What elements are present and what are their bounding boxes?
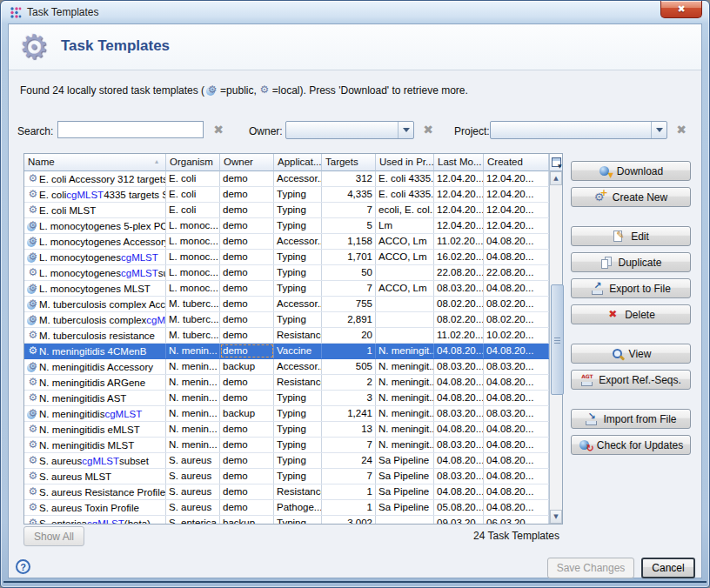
table-row[interactable]: ⚙N. meningitidis eMLSTN. menin...demoTyp… <box>24 422 549 438</box>
clear-owner-icon[interactable]: ✖ <box>420 122 436 137</box>
table-row[interactable]: ⚙S. aureus Resistance ProfileS. aureusde… <box>24 484 549 500</box>
local-template-icon: ⚙ <box>27 471 39 483</box>
table-row[interactable]: ⚙L. monocytogenes cgMLST subL. monoc...d… <box>24 265 549 281</box>
column-header-name[interactable]: Name▴ <box>24 154 166 171</box>
public-template-icon: ⚙ <box>27 236 39 248</box>
table-row[interactable]: ⚙N. meningitidis ASTN. menin...demoTypin… <box>24 391 549 406</box>
cell-owner: backup <box>220 516 274 524</box>
table-row[interactable]: ⚙S. enterica cgMLST (beta)S. entericabac… <box>24 516 549 524</box>
export-ref-seqs-button[interactable]: Export Ref.-Seqs. <box>571 370 691 390</box>
table-row[interactable]: ⚙S. aureus Toxin ProfileS. aureusdemoPat… <box>24 500 549 516</box>
create-new-button[interactable]: Create New <box>571 187 691 207</box>
table-row[interactable]: ⚙S. aureus cgMLST subsetS. aureusdemoTyp… <box>24 453 549 469</box>
cell-targets: 1 <box>322 500 376 515</box>
cell-application: Typing <box>274 422 322 437</box>
column-header-created[interactable]: Created <box>484 154 549 171</box>
local-template-icon: ⚙ <box>27 377 39 389</box>
table-row[interactable]: ⚙L. monocytogenes AccessoryL. monoc...de… <box>24 234 549 250</box>
scroll-up-button[interactable]: ▲ <box>550 171 562 185</box>
export-to-file-button[interactable]: Export to File <box>571 278 691 298</box>
table-row[interactable]: ⚙N. meningitidis MLSTN. menin...demoTypi… <box>24 438 549 453</box>
cgmlst-link-text: cgMLST <box>87 518 124 525</box>
cell-application: Typing <box>274 265 322 280</box>
cell-last_modified: 05.08.20... <box>434 500 484 515</box>
view-button[interactable]: View <box>571 344 691 364</box>
column-picker-button[interactable] <box>550 154 562 171</box>
cell-last_modified: 12.04.20... <box>434 171 484 186</box>
scrollbar-thumb[interactable] <box>551 284 564 395</box>
local-template-icon: ⚙ <box>27 424 39 436</box>
table-row[interactable]: ⚙M. tuberculosis complex AccesM. tuberc.… <box>24 297 549 312</box>
local-template-icon: ⚙ <box>27 455 39 467</box>
public-template-icon: ⚙ <box>27 298 39 311</box>
cell-created: 04.08.20... <box>484 438 549 452</box>
table-row[interactable]: ⚙E. coli cgMLST 4335 targets SaE. colide… <box>24 187 549 203</box>
cell-last_modified: 16.02.20... <box>434 250 484 264</box>
scrollbar-track[interactable] <box>550 185 562 510</box>
cell-created: 12.04.20... <box>484 203 549 217</box>
cell-used_in: N. meningit... <box>376 359 434 374</box>
cell-name: ⚙E. coli MLST <box>24 203 166 217</box>
owner-label: Owner: <box>249 125 283 137</box>
table-row[interactable]: ⚙N. meningitidis ARGeneN. menin...demoRe… <box>24 375 549 391</box>
search-input[interactable] <box>57 121 204 138</box>
cell-owner: demo <box>220 203 274 217</box>
clear-project-icon[interactable]: ✖ <box>673 122 689 137</box>
close-button[interactable]: ✖ <box>660 1 702 18</box>
public-template-icon: ⚙ <box>27 408 39 420</box>
column-header-used_in[interactable]: Used in Pr... <box>376 154 434 171</box>
clear-search-icon[interactable]: ✖ <box>211 122 226 137</box>
import-from-file-button[interactable]: Import from File <box>571 409 691 429</box>
cell-targets: 3 <box>322 391 376 405</box>
public-template-icon: ⚙ <box>27 361 39 373</box>
table-row[interactable]: ⚙M. tuberculosis resistanceM. tuberc...d… <box>24 328 549 344</box>
table-row[interactable]: ⚙L. monocytogenes MLSTL. monoc...demoTyp… <box>24 281 549 297</box>
edit-button[interactable]: Edit <box>571 226 691 246</box>
cell-created: 12.04.20... <box>484 187 549 202</box>
cell-name: ⚙L. monocytogenes 5-plex PCR <box>24 218 166 233</box>
table-row[interactable]: ⚙N. meningitidis cgMLSTN. menin...backup… <box>24 406 549 422</box>
public-template-icon: ⚙ <box>27 251 39 264</box>
cell-name: ⚙N. meningitidis AST <box>24 391 166 405</box>
column-header-last_modified[interactable]: Last Mo... <box>434 154 484 171</box>
column-header-organism[interactable]: Organism <box>166 154 220 171</box>
cell-used_in: N. meningit... <box>376 438 434 452</box>
help-button[interactable]: ? <box>16 559 30 574</box>
column-header-application[interactable]: Applicat... <box>274 154 322 171</box>
cell-targets: 1,241 <box>322 406 376 421</box>
table-row[interactable]: ⚙E. coli Accessory 312 targets SE. colid… <box>24 171 549 187</box>
project-select[interactable] <box>490 121 667 139</box>
cell-owner: demo <box>220 171 274 186</box>
column-header-targets[interactable]: Targets <box>322 154 376 171</box>
table-row[interactable]: ⚙L. monocytogenes cgMLSTL. monoc...demoT… <box>24 250 549 265</box>
cell-owner: demo <box>220 391 274 405</box>
cell-owner: demo <box>220 218 274 233</box>
owner-select[interactable] <box>285 121 414 139</box>
show-all-button[interactable]: Show All <box>23 526 84 546</box>
cell-targets: 5 <box>322 218 376 233</box>
download-icon <box>599 165 613 177</box>
table-row[interactable]: ⚙N. meningitidis 4CMenBN. menin...demoVa… <box>24 344 549 359</box>
table-row[interactable]: ⚙S. aureus MLSTS. aureusdemoTyping7Sa Pi… <box>24 469 549 484</box>
table-row[interactable]: ⚙M. tuberculosis complex cgMLSM. tuberc.… <box>24 312 549 328</box>
download-button[interactable]: Download <box>571 161 691 181</box>
table-row[interactable]: ⚙N. meningitidis AccessoryN. menin...bac… <box>24 359 549 375</box>
title-bar[interactable]: Task Templates ✖ <box>1 1 709 23</box>
table-row[interactable]: ⚙L. monocytogenes 5-plex PCRL. monoc...d… <box>24 218 549 234</box>
cell-application: Accessor... <box>274 359 322 374</box>
cell-used_in <box>376 516 434 524</box>
cell-organism: S. enterica <box>166 516 220 524</box>
cell-created: 08.03.20... <box>484 359 549 374</box>
column-header-owner[interactable]: Owner <box>220 154 274 171</box>
table-row[interactable]: ⚙E. coli MLSTE. colidemoTyping7ecoli, E.… <box>24 203 549 218</box>
save-changes-button[interactable]: Save Changes <box>547 558 634 578</box>
cell-organism: N. menin... <box>166 406 220 421</box>
delete-button[interactable]: Delete <box>571 304 691 324</box>
duplicate-button[interactable]: Duplicate <box>571 252 691 272</box>
cell-application: Accessor... <box>274 234 322 249</box>
scroll-down-button[interactable]: ▼ <box>550 510 562 524</box>
check-for-updates-button[interactable]: Check for Updates <box>571 435 691 455</box>
cancel-button[interactable]: Cancel <box>641 558 695 578</box>
cell-targets: 1 <box>322 344 376 358</box>
cell-application: Typing <box>274 250 322 264</box>
